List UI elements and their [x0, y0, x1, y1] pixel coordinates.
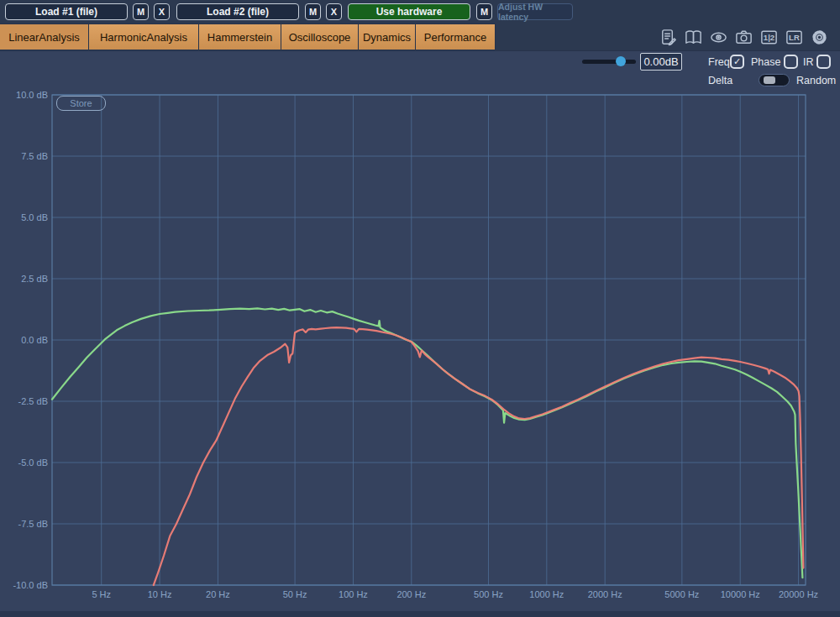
eye-icon[interactable]: [709, 28, 728, 47]
svg-text:100 Hz: 100 Hz: [339, 589, 368, 599]
phase-label: Phase: [751, 56, 780, 68]
svg-text:5000 Hz: 5000 Hz: [664, 589, 699, 599]
ir-label: IR: [803, 56, 814, 68]
freq-checkbox[interactable]: ✓: [730, 55, 744, 69]
tab-hammerstein[interactable]: Hammerstein: [199, 24, 281, 50]
svg-text:5.0 dB: 5.0 dB: [21, 212, 48, 222]
freq-checkmark: ✓: [733, 56, 741, 67]
clear-1-button[interactable]: X: [154, 3, 170, 20]
gain-value-field[interactable]: 0.00dB: [640, 53, 682, 71]
mute-2-button[interactable]: M: [305, 3, 321, 20]
gain-slider-thumb[interactable]: [616, 56, 626, 66]
svg-text:500 Hz: 500 Hz: [474, 589, 503, 599]
svg-text:20000 Hz: 20000 Hz: [779, 589, 818, 599]
notes-edit-icon[interactable]: [659, 28, 678, 47]
load-2-button[interactable]: Load #2 (file): [176, 3, 299, 20]
tab-performance[interactable]: Performance: [416, 24, 496, 50]
svg-text:-5.0 dB: -5.0 dB: [18, 458, 48, 468]
channel-lr-icon[interactable]: LR: [785, 28, 804, 47]
svg-text:50 Hz: 50 Hz: [283, 589, 307, 599]
svg-text:-7.5 dB: -7.5 dB: [18, 519, 48, 529]
svg-text:1|2: 1|2: [764, 33, 774, 42]
freq-label: Freq: [708, 56, 730, 68]
toolbar-icon-row: 1|2 LR: [659, 25, 829, 49]
manual-book-icon[interactable]: [684, 28, 703, 47]
clear-2-button[interactable]: X: [326, 3, 342, 20]
delta-label: Delta: [708, 75, 732, 86]
tab-bar: LinearAnalysis HarmonicAnalysis Hammerst…: [0, 24, 840, 51]
screenshot-camera-icon[interactable]: [734, 28, 753, 47]
delta-random-toggle[interactable]: [759, 74, 790, 86]
load-1-button[interactable]: Load #1 (file): [5, 3, 128, 20]
gain-slider[interactable]: [582, 60, 636, 64]
tab-dynamics[interactable]: Dynamics: [359, 24, 416, 50]
frequency-response-plot: 5 Hz10 Hz20 Hz50 Hz100 Hz200 Hz500 Hz100…: [0, 0, 840, 617]
svg-text:7.5 dB: 7.5 dB: [21, 151, 48, 161]
top-toolbar: Load #1 (file) M X Load #2 (file) M X Us…: [0, 0, 840, 24]
svg-text:10.0 dB: 10.0 dB: [16, 90, 48, 100]
svg-text:10000 Hz: 10000 Hz: [721, 589, 760, 599]
window-footer: [0, 611, 840, 617]
svg-text:LR: LR: [789, 33, 800, 42]
svg-text:20 Hz: 20 Hz: [206, 589, 230, 599]
tab-oscilloscope[interactable]: Oscilloscope: [281, 24, 359, 50]
svg-text:-10.0 dB: -10.0 dB: [13, 580, 48, 590]
svg-text:2000 Hz: 2000 Hz: [588, 589, 622, 599]
svg-text:1000 Hz: 1000 Hz: [529, 589, 564, 599]
settings-gear-icon[interactable]: [810, 28, 829, 47]
svg-text:200 Hz: 200 Hz: [396, 589, 426, 599]
ir-checkbox[interactable]: [816, 55, 831, 69]
toggle-knob: [764, 76, 775, 84]
tab-strip: LinearAnalysis HarmonicAnalysis Hammerst…: [0, 24, 496, 50]
channel-1-2-icon[interactable]: 1|2: [759, 28, 779, 47]
mute-1-button[interactable]: M: [133, 3, 149, 20]
mute-hardware-button[interactable]: M: [476, 3, 492, 20]
use-hardware-button[interactable]: Use hardware: [348, 3, 470, 20]
tab-harmonic-analysis[interactable]: HarmonicAnalysis: [89, 24, 199, 50]
svg-text:0.0 dB: 0.0 dB: [21, 335, 48, 345]
phase-checkbox[interactable]: [784, 55, 798, 69]
svg-text:-2.5 dB: -2.5 dB: [18, 396, 48, 406]
store-button[interactable]: Store: [56, 96, 106, 111]
svg-text:5 Hz: 5 Hz: [92, 589, 111, 599]
adjust-hw-latency-button[interactable]: Adjust HW latency: [497, 3, 573, 20]
tab-linear-analysis[interactable]: LinearAnalysis: [0, 24, 89, 50]
svg-text:10 Hz: 10 Hz: [148, 589, 172, 599]
svg-text:2.5 dB: 2.5 dB: [21, 274, 48, 284]
random-label: Random: [796, 75, 836, 86]
